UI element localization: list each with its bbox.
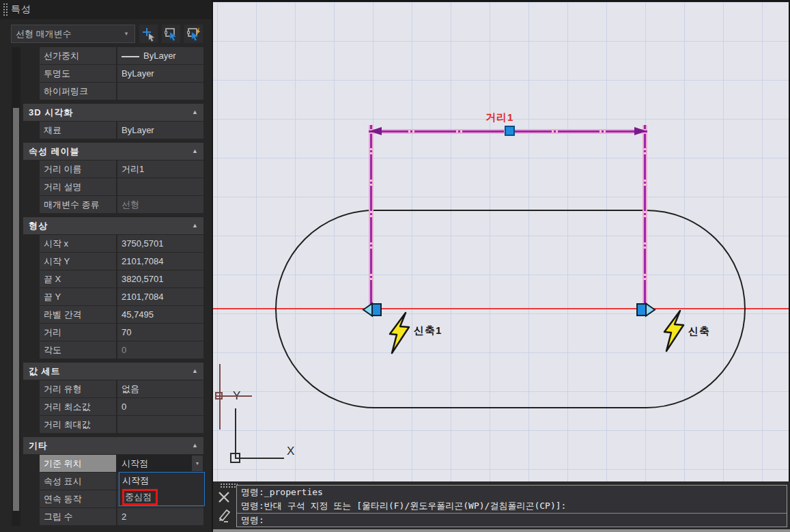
property-value[interactable]: 없음 bbox=[117, 380, 203, 397]
property-label: 각도 bbox=[40, 341, 117, 359]
collapse-arrow-icon[interactable]: ▲ bbox=[192, 363, 198, 380]
property-value[interactable]: 2101,7084 bbox=[117, 288, 203, 305]
property-row: 각도 0 bbox=[40, 341, 203, 359]
property-grid: 선가중치 ByLayer 투명도 ByLayer 하이퍼링크 3D 시각화 ▲ bbox=[23, 47, 203, 526]
property-label: 매개변수 종류 bbox=[40, 196, 117, 213]
property-row: 재료 ByLayer bbox=[40, 122, 203, 139]
parameter-center-grip[interactable] bbox=[505, 126, 515, 136]
property-value: 선형 bbox=[117, 196, 203, 213]
property-row: 라벨 간격 45,7495 bbox=[40, 306, 203, 323]
property-value[interactable]: 45,7495 bbox=[117, 306, 203, 323]
palette-grip-icon[interactable] bbox=[3, 3, 8, 17]
section-value-set: 값 세트 ▲ 거리 유형 없음 거리 최소값 0 거리 최대값 bbox=[23, 363, 203, 434]
command-history-line: 명령:_properties bbox=[237, 486, 787, 499]
section-geometry: 형상 ▲ 시작 x 3750,5701 시작 Y 2101,7084 끝 X 3… bbox=[23, 217, 203, 359]
stretch-action-label-2: 신축 bbox=[688, 325, 710, 338]
palette-titlebar[interactable]: 특성 bbox=[0, 0, 212, 19]
ucs-icon bbox=[235, 458, 284, 459]
red-highlight-annotation: 중심점 bbox=[122, 489, 158, 505]
palette-toolbar: 선형 매개변수 ▼ bbox=[11, 25, 212, 43]
property-value[interactable]: 2 bbox=[117, 508, 203, 525]
property-label: 거리 최대값 bbox=[40, 416, 117, 433]
dimension-extension-line-right bbox=[643, 125, 647, 309]
select-objects-button[interactable] bbox=[162, 25, 180, 43]
property-value[interactable] bbox=[117, 416, 203, 433]
dropdown-option-start[interactable]: 시작점 bbox=[119, 473, 204, 489]
select-objects-icon bbox=[164, 27, 179, 42]
chevron-down-icon: ▼ bbox=[195, 455, 200, 472]
property-value[interactable]: 70 bbox=[117, 324, 203, 341]
property-label: 투명도 bbox=[40, 65, 117, 82]
property-label: 끝 Y bbox=[40, 288, 117, 305]
quick-select-button[interactable] bbox=[184, 25, 203, 43]
command-line-bar: 명령:_properties 명령:반대 구석 지정 또는 [울타리(F)/윈도… bbox=[213, 481, 790, 532]
property-value: 0 bbox=[117, 341, 203, 359]
property-row: 거리 최소값 0 bbox=[40, 398, 203, 415]
property-value[interactable]: 0 bbox=[117, 398, 203, 415]
section-attribute-label: 속성 레이블 ▲ 거리 이름 거리1 거리 설명 매개변수 종류 선형 bbox=[23, 143, 203, 214]
base-position-row: 기준 위치 시작점 ▼ 시작점 중심점 bbox=[40, 455, 203, 472]
property-row: 투명도 ByLayer bbox=[40, 65, 203, 82]
pickadd-toggle-button[interactable] bbox=[139, 25, 158, 43]
section-header[interactable]: 값 세트 ▲ bbox=[23, 363, 203, 380]
dropdown-option-center[interactable]: 중심점 bbox=[119, 489, 204, 505]
pickadd-toggle-icon bbox=[141, 27, 156, 42]
property-value[interactable]: ByLayer bbox=[117, 65, 203, 82]
dimension-arrowhead-left-icon bbox=[369, 127, 382, 135]
palette-scrollbar-track[interactable] bbox=[12, 47, 20, 526]
property-row: 거리 설명 bbox=[40, 178, 203, 195]
property-value[interactable]: ByLayer bbox=[117, 122, 203, 139]
section-title: 값 세트 bbox=[29, 363, 192, 380]
property-value[interactable] bbox=[117, 178, 203, 195]
stretch-grip-left[interactable] bbox=[362, 301, 384, 318]
property-value[interactable]: 3750,5701 bbox=[117, 235, 203, 252]
stretch-grip-right[interactable] bbox=[634, 301, 656, 318]
property-row: 거리 이름 거리1 bbox=[40, 160, 203, 178]
section-title: 기타 bbox=[29, 437, 192, 454]
collapse-arrow-icon[interactable]: ▲ bbox=[192, 437, 198, 454]
property-label: 라벨 간격 bbox=[40, 306, 117, 323]
property-label: 선가중치 bbox=[40, 47, 117, 64]
property-value[interactable]: 3820,5701 bbox=[117, 270, 203, 288]
dimension-arrowhead-right-icon bbox=[634, 127, 647, 135]
quick-select-icon bbox=[186, 27, 201, 42]
property-label: 하이퍼링크 bbox=[40, 83, 117, 100]
property-row: 거리 70 bbox=[40, 324, 203, 341]
property-row: 시작 x 3750,5701 bbox=[40, 235, 203, 252]
property-label: 시작 x bbox=[40, 235, 117, 252]
section-misc: 기타 ▲ 기준 위치 시작점 ▼ 시작점 중심점 속성 표시 bbox=[23, 437, 203, 526]
chevron-down-icon: ▼ bbox=[124, 31, 130, 37]
customize-pencil-icon[interactable] bbox=[216, 509, 231, 522]
parameter-type-value: 선형 매개변수 bbox=[16, 28, 124, 40]
section-header[interactable]: 형상 ▲ bbox=[23, 217, 203, 234]
property-value[interactable]: 거리1 bbox=[117, 160, 203, 178]
section-header[interactable]: 속성 레이블 ▲ bbox=[23, 143, 203, 160]
parameter-type-select[interactable]: 선형 매개변수 ▼ bbox=[11, 25, 135, 43]
section-header[interactable]: 3D 시각화 ▲ bbox=[23, 104, 203, 121]
property-value[interactable]: ByLayer bbox=[117, 47, 203, 64]
drawing-canvas[interactable]: 거리1 신축1 신축 X Y bbox=[213, 2, 789, 481]
command-input-area[interactable]: 명령:_properties 명령:반대 구석 지정 또는 [울타리(F)/윈도… bbox=[236, 485, 787, 527]
collapse-arrow-icon[interactable]: ▲ bbox=[192, 143, 198, 160]
property-label: 거리 설명 bbox=[40, 178, 117, 195]
lightning-action-icon[interactable] bbox=[386, 311, 412, 355]
collapse-arrow-icon[interactable]: ▲ bbox=[192, 104, 198, 121]
section-header[interactable]: 기타 ▲ bbox=[23, 437, 203, 454]
property-value[interactable]: 2101,7084 bbox=[117, 253, 203, 270]
command-bar-grip-icon[interactable] bbox=[220, 483, 238, 489]
property-value[interactable] bbox=[117, 83, 203, 100]
section-general: 선가중치 ByLayer 투명도 ByLayer 하이퍼링크 bbox=[23, 47, 203, 100]
lightning-action-icon[interactable] bbox=[661, 309, 687, 353]
property-label: 속성 표시 bbox=[40, 473, 117, 490]
command-prompt-line[interactable]: 명령: bbox=[237, 513, 787, 527]
combobox-dropdown-button[interactable]: ▼ bbox=[192, 456, 203, 471]
base-position-combobox[interactable]: 시작점 ▼ bbox=[117, 455, 203, 472]
collapse-arrow-icon[interactable]: ▲ bbox=[192, 217, 198, 234]
property-label: 거리 최소값 bbox=[40, 398, 117, 415]
section-title: 속성 레이블 bbox=[29, 143, 192, 160]
palette-scrollbar-thumb[interactable] bbox=[13, 108, 19, 511]
lineweight-glyph-icon bbox=[122, 56, 139, 57]
base-position-dropdown-list: 시작점 중심점 bbox=[119, 472, 205, 506]
property-row: 거리 최대값 bbox=[40, 416, 203, 433]
close-icon[interactable] bbox=[217, 490, 231, 504]
